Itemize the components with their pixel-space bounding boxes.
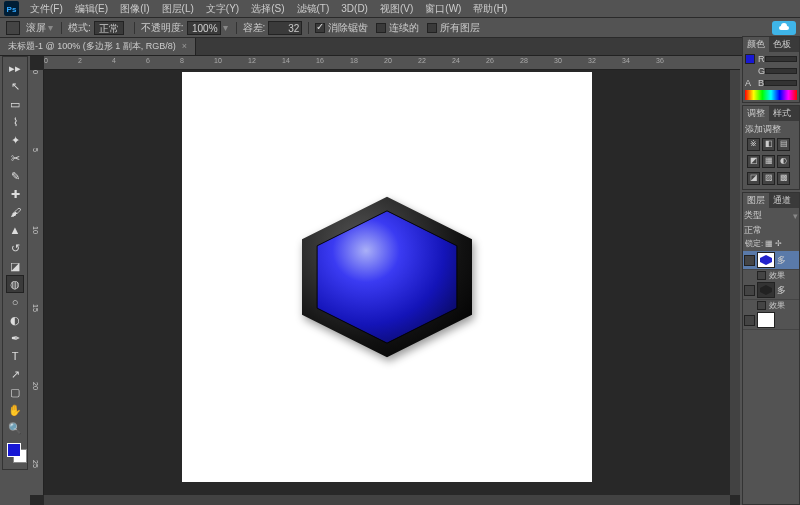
mode-dropdown[interactable]: 正常 bbox=[94, 21, 124, 35]
vertical-ruler[interactable]: 0510152025 bbox=[30, 70, 44, 495]
menu-3d[interactable]: 3D(D) bbox=[335, 3, 374, 14]
menu-edit[interactable]: 编辑(E) bbox=[69, 2, 114, 16]
menu-window[interactable]: 窗口(W) bbox=[419, 2, 467, 16]
layer-row[interactable] bbox=[743, 311, 799, 330]
eraser-tool[interactable]: ◪ bbox=[6, 257, 24, 275]
eyedropper-tool[interactable]: ✎ bbox=[6, 167, 24, 185]
chevron-down-icon[interactable]: ▾ bbox=[223, 22, 228, 33]
menu-select[interactable]: 选择(S) bbox=[245, 2, 290, 16]
adjustments-panel: 调整 样式 添加调整 ※◧▤ ◩▦◐ ◪▨▩ bbox=[742, 105, 800, 190]
adj-icon[interactable]: ※ bbox=[747, 138, 760, 151]
canvas-viewport[interactable] bbox=[44, 70, 730, 495]
layer-thumb[interactable] bbox=[757, 312, 775, 328]
layer-name[interactable]: 多 bbox=[777, 284, 786, 297]
ruler-tick: 32 bbox=[588, 57, 596, 64]
history-brush-tool[interactable]: ↺ bbox=[6, 239, 24, 257]
vertical-scrollbar[interactable] bbox=[730, 70, 740, 495]
ruler-tick: 0 bbox=[44, 57, 48, 64]
wand-tool[interactable]: ✦ bbox=[6, 131, 24, 149]
adj-icon[interactable]: ▨ bbox=[762, 172, 775, 185]
tab-color[interactable]: 颜色 bbox=[743, 37, 769, 52]
adj-icon[interactable]: ◐ bbox=[777, 155, 790, 168]
contiguous-checkbox[interactable] bbox=[376, 23, 386, 33]
tolerance-field[interactable]: 32 bbox=[268, 21, 302, 35]
mini-swatch[interactable] bbox=[745, 54, 755, 64]
menu-view[interactable]: 视图(V) bbox=[374, 2, 419, 16]
fx-visibility[interactable] bbox=[757, 301, 766, 310]
layer-name[interactable]: 多 bbox=[777, 254, 786, 267]
layer-fx-row[interactable]: 效果 bbox=[743, 300, 799, 311]
shape-tool[interactable]: ▢ bbox=[6, 383, 24, 401]
lock-position-icon[interactable]: ✢ bbox=[775, 239, 782, 248]
foreground-swatch[interactable] bbox=[7, 443, 21, 457]
horizontal-ruler[interactable]: 024681012141618202224262830323436 bbox=[44, 56, 740, 70]
canvas bbox=[182, 72, 592, 482]
chevron-down-icon[interactable]: ▾ bbox=[48, 22, 53, 33]
r-slider[interactable] bbox=[765, 56, 798, 62]
lock-pixels-icon[interactable]: ▦ bbox=[765, 239, 773, 248]
menu-file[interactable]: 文件(F) bbox=[24, 2, 69, 16]
g-slider[interactable] bbox=[765, 68, 797, 74]
chevron-down-icon[interactable]: ▾ bbox=[793, 211, 798, 221]
menu-filter[interactable]: 滤镜(T) bbox=[291, 2, 336, 16]
adj-icon[interactable]: ▦ bbox=[762, 155, 775, 168]
marquee-tool[interactable]: ▭ bbox=[6, 95, 24, 113]
adj-icon[interactable]: ◪ bbox=[747, 172, 760, 185]
visibility-toggle[interactable] bbox=[744, 285, 755, 296]
layer-row[interactable]: 多 bbox=[743, 281, 799, 300]
opacity-field[interactable]: 100% bbox=[187, 21, 221, 35]
type-tool[interactable]: T bbox=[6, 347, 24, 365]
lasso-tool[interactable]: ⌇ bbox=[6, 113, 24, 131]
adj-icon[interactable]: ▤ bbox=[777, 138, 790, 151]
collapse-icon[interactable]: ▸▸ bbox=[6, 59, 24, 77]
adj-icon[interactable]: ◧ bbox=[762, 138, 775, 151]
stamp-tool[interactable]: ▲ bbox=[6, 221, 24, 239]
close-tab-button[interactable]: × bbox=[182, 38, 187, 55]
antialias-checkbox[interactable] bbox=[315, 23, 325, 33]
ruler-tick: 12 bbox=[248, 57, 256, 64]
visibility-toggle[interactable] bbox=[744, 315, 755, 326]
menu-image[interactable]: 图像(I) bbox=[114, 2, 155, 16]
layer-row[interactable]: 多 bbox=[743, 251, 799, 270]
tab-swatches[interactable]: 色板 bbox=[769, 37, 795, 52]
menu-type[interactable]: 文字(Y) bbox=[200, 2, 245, 16]
ruler-tick: 26 bbox=[486, 57, 494, 64]
crop-tool[interactable]: ✂ bbox=[6, 149, 24, 167]
blur-tool[interactable]: ○ bbox=[6, 293, 24, 311]
zoom-tool[interactable]: 🔍 bbox=[6, 419, 24, 437]
layer-thumb[interactable] bbox=[757, 252, 775, 268]
right-panel-dock: 颜色 色板 R G AB 调整 样式 添加调整 ※◧▤ ◩▦◐ ◪▨▩ bbox=[742, 36, 800, 505]
current-tool-icon[interactable] bbox=[6, 21, 20, 35]
horizontal-scrollbar[interactable] bbox=[44, 495, 730, 505]
document-tab[interactable]: 未标题-1 @ 100% (多边形 1 副本, RGB/8) × bbox=[0, 38, 196, 55]
tab-channels[interactable]: 通道 bbox=[769, 193, 795, 208]
brush-tool[interactable]: 🖌 bbox=[6, 203, 24, 221]
menu-layer[interactable]: 图层(L) bbox=[156, 2, 200, 16]
alllayers-checkbox[interactable] bbox=[427, 23, 437, 33]
b-slider[interactable] bbox=[764, 80, 797, 86]
spectrum-strip[interactable] bbox=[745, 90, 797, 100]
share-button[interactable] bbox=[772, 21, 796, 35]
tab-layers[interactable]: 图层 bbox=[743, 193, 769, 208]
ruler-tick: 14 bbox=[282, 57, 290, 64]
layer-fx-row[interactable]: 效果 bbox=[743, 270, 799, 281]
bucket-tool[interactable]: ◍ bbox=[6, 275, 24, 293]
heal-tool[interactable]: ✚ bbox=[6, 185, 24, 203]
path-tool[interactable]: ↗ bbox=[6, 365, 24, 383]
fx-visibility[interactable] bbox=[757, 271, 766, 280]
adj-icon[interactable]: ▩ bbox=[777, 172, 790, 185]
adj-icon[interactable]: ◩ bbox=[747, 155, 760, 168]
menu-help[interactable]: 帮助(H) bbox=[467, 2, 513, 16]
visibility-toggle[interactable] bbox=[744, 255, 755, 266]
hand-tool[interactable]: ✋ bbox=[6, 401, 24, 419]
blend-dropdown[interactable]: 正常 bbox=[744, 224, 798, 237]
tab-styles[interactable]: 样式 bbox=[769, 106, 795, 121]
tab-adjustments[interactable]: 调整 bbox=[743, 106, 769, 121]
dodge-tool[interactable]: ◐ bbox=[6, 311, 24, 329]
ruler-tick: 30 bbox=[554, 57, 562, 64]
layer-thumb[interactable] bbox=[757, 282, 775, 298]
ruler-tick: 18 bbox=[350, 57, 358, 64]
pen-tool[interactable]: ✒ bbox=[6, 329, 24, 347]
move-tool[interactable]: ↖ bbox=[6, 77, 24, 95]
workspace: 024681012141618202224262830323436 051015… bbox=[30, 56, 740, 505]
